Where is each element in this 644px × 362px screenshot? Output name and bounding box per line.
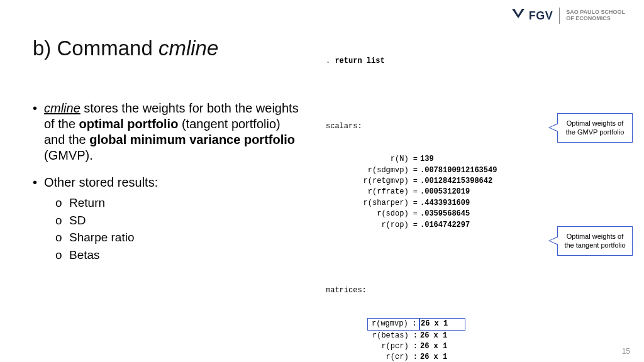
bullet-item: • cmline stores the weights for both the…	[33, 101, 300, 163]
sub-bullet-marker: o	[55, 212, 69, 229]
logo-chevron-icon	[511, 8, 525, 23]
callout-gmvp: Optimal weights of the GMVP portfolio	[557, 113, 633, 143]
slide-title: b) Command cmline	[33, 36, 218, 60]
sub-bullet-text: Betas	[69, 246, 100, 264]
sub-bullet-item: oSD	[55, 212, 300, 229]
page-number: 15	[622, 347, 630, 356]
sub-bullet-item: oBetas	[55, 246, 300, 264]
matrix-row: r(pcr) : 26 x 1	[326, 341, 497, 352]
sub-bullet-text: Return	[69, 194, 105, 212]
bullet-marker: •	[33, 101, 44, 163]
logo-divider	[559, 8, 560, 24]
matrix-row: r(wgmvp) : 26 x 1	[326, 318, 497, 330]
scalar-row: r(sdgmvp) = .0078100912163549	[326, 165, 497, 176]
bullet-text: cmline stores the weights for both the w…	[44, 101, 300, 163]
matrix-row: r(cr) : 26 x 1	[326, 352, 497, 362]
scalar-row: r(N) = 139	[326, 154, 497, 165]
callout-tangent: Optimal weights of the tangent portfolio	[557, 226, 633, 256]
code-command: . return list	[326, 56, 497, 67]
sub-bullet-text: Sharpe ratio	[69, 229, 135, 246]
scalar-row: r(sharper) = .4433931609	[326, 198, 497, 209]
logo-brand: FGV	[529, 9, 553, 23]
bullet-marker: •	[33, 175, 44, 263]
logo-school: SAO PAULO SCHOOL OF ECONOMICS	[566, 9, 625, 22]
matrix-row: r(betas) : 26 x 1	[326, 331, 497, 341]
bullet-text: Other stored results: oReturnoSDoSharpe …	[44, 175, 300, 263]
sub-bullet-item: oReturn	[55, 194, 300, 212]
scalar-row: r(rop) = .0164742297	[326, 220, 497, 231]
bullet-item: • Other stored results: oReturnoSDoSharp…	[33, 175, 300, 263]
sub-bullet-marker: o	[55, 246, 69, 264]
scalar-row: r(rfrate) = .0005312019	[326, 187, 497, 197]
sub-bullet-marker: o	[55, 194, 69, 212]
bullet-list: • cmline stores the weights for both the…	[33, 101, 300, 275]
scalars-header: scalars:	[326, 121, 497, 132]
scalar-row: r(retgmvp) = .001284215398642	[326, 176, 497, 187]
stata-output: . return list scalars: r(N) = 139r(sdgmv…	[326, 34, 497, 362]
matrices-header: matrices:	[326, 285, 497, 296]
scalar-row: r(sdop) = .0359568645	[326, 209, 497, 219]
sub-bullet-item: oSharpe ratio	[55, 229, 300, 246]
fgv-logo: FGV SAO PAULO SCHOOL OF ECONOMICS	[511, 8, 625, 24]
sub-bullet-marker: o	[55, 229, 69, 246]
sub-bullet-text: SD	[69, 212, 86, 229]
